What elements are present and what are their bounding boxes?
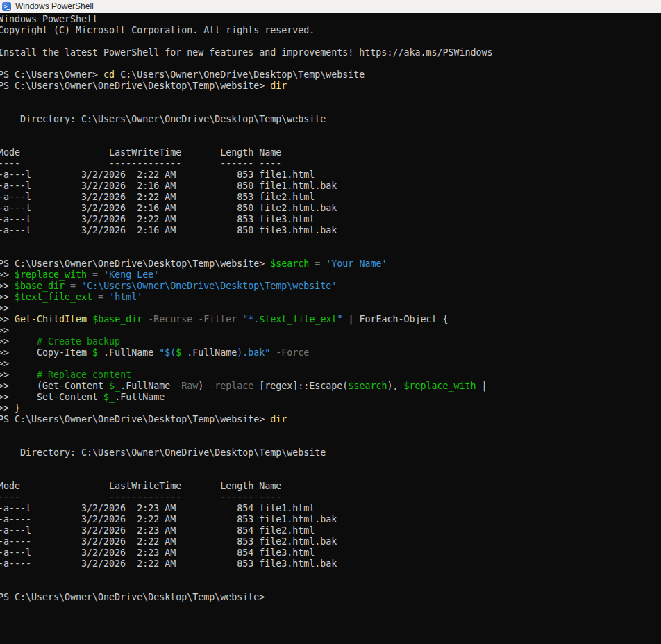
terminal-line [0,36,661,47]
terminal-line: Install the latest PowerShell for new fe… [0,47,661,58]
terminal-line: PS C:\Users\Owner> cd C:\Users\Owner\One… [0,69,661,81]
window-title: Windows PowerShell [15,1,94,11]
terminal-line: >> # Create backup [0,336,661,347]
terminal-line: >> $text_file_ext = 'html' [0,292,661,303]
terminal-line [0,92,661,103]
terminal-line [0,136,661,147]
terminal-line: >> } [0,403,661,414]
terminal-line: -a---l 3/2/2026 2:22 AM 853 file3.html [0,214,661,225]
terminal-line: Windows PowerShell [0,14,661,25]
powershell-icon: >_ [2,2,11,11]
terminal-line: -a---- 3/2/2026 2:22 AM 853 file1.html.b… [0,514,661,525]
terminal-line [0,470,661,481]
terminal-line: ---- ------------- ------ ---- [0,158,661,170]
terminal-line: -a---l 3/2/2026 2:16 AM 850 file1.html.b… [0,181,661,192]
terminal-line [0,425,661,436]
terminal-line: >> Get-ChildItem $base_dir -Recurse -Fil… [0,314,661,325]
terminal-line [0,236,661,247]
terminal-line: PS C:\Users\Owner\OneDrive\Desktop\Temp\… [0,81,661,92]
terminal-line: -a---l 3/2/2026 2:16 AM 850 file3.html.b… [0,225,661,236]
terminal-line: PS C:\Users\Owner\OneDrive\Desktop\Temp\… [0,258,661,270]
title-bar[interactable]: >_ Windows PowerShell [0,0,661,13]
terminal-line [0,459,661,470]
terminal-line: PS C:\Users\Owner\OneDrive\Desktop\Temp\… [0,414,661,425]
terminal-line: >> (Get-Content $_.FullName -Raw) -repla… [0,381,661,392]
terminal-line [0,570,661,581]
powershell-window: >_ Windows PowerShell Windows PowerShell… [0,0,661,644]
terminal-line: -a---- 3/2/2026 2:22 AM 853 file3.html.b… [0,559,661,570]
terminal-line: PS C:\Users\Owner\OneDrive\Desktop\Temp\… [0,592,661,603]
terminal-line: >> $replace_with = 'Keng Lee' [0,270,661,281]
terminal-line: Directory: C:\Users\Owner\OneDrive\Deskt… [0,114,661,125]
terminal-line: -a---l 3/2/2026 2:16 AM 850 file2.html.b… [0,203,661,214]
terminal-line: -a---l 3/2/2026 2:22 AM 853 file2.html [0,192,661,203]
terminal-line [0,581,661,592]
terminal-line: -a---l 3/2/2026 2:23 AM 854 file1.html [0,503,661,514]
terminal-line: -a---l 3/2/2026 2:23 AM 854 file3.html [0,547,661,559]
terminal-line: -a---l 3/2/2026 2:22 AM 853 file1.html [0,170,661,181]
terminal-line: Directory: C:\Users\Owner\OneDrive\Deskt… [0,447,661,459]
terminal-line: -a---- 3/2/2026 2:22 AM 853 file2.html.b… [0,536,661,547]
terminal-line [0,247,661,258]
terminal-line: >> Copy-Item $_.FullName "$($_.FullName)… [0,347,661,358]
terminal-line [0,103,661,114]
terminal-line [0,58,661,69]
terminal-line: >> [0,303,661,314]
terminal-line [0,436,661,447]
terminal-line: >> # Replace content [0,370,661,381]
terminal-line: >> [0,358,661,370]
terminal-line: Mode LastWriteTime Length Name [0,481,661,492]
terminal-line [0,125,661,136]
terminal-line: >> $base_dir = 'C:\Users\Owner\OneDrive\… [0,281,661,292]
terminal-line: >> Set-Content $_.FullName [0,392,661,403]
terminal-line: Copyright (C) Microsoft Corporation. All… [0,25,661,36]
terminal-output[interactable]: Windows PowerShellCopyright (C) Microsof… [0,13,661,644]
terminal-line: -a---l 3/2/2026 2:23 AM 854 file2.html [0,525,661,536]
terminal-line: Mode LastWriteTime Length Name [0,147,661,158]
terminal-line: >> [0,325,661,336]
terminal-line: ---- ------------- ------ ---- [0,492,661,503]
